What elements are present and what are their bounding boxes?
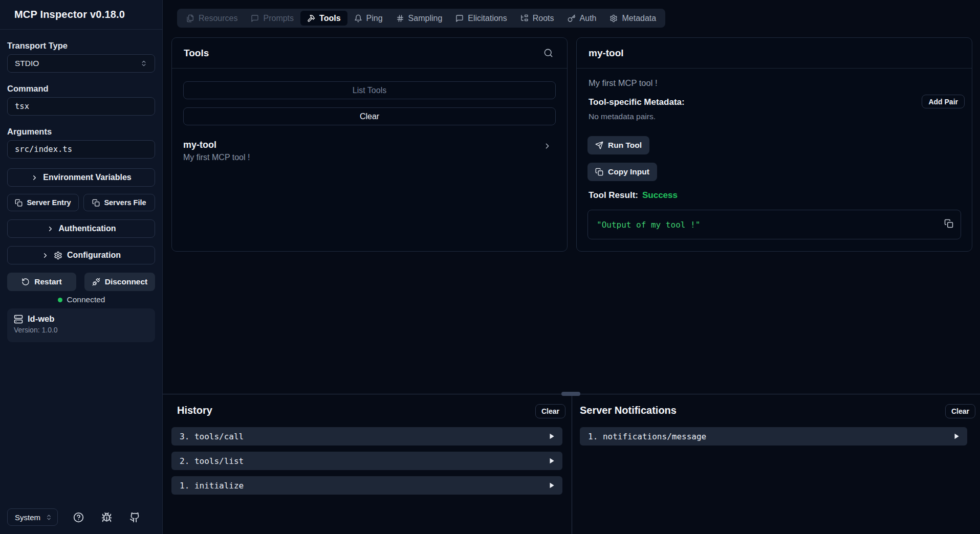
server-version: Version: 1.0.0 [14,326,148,334]
tab-prompts[interactable]: Prompts [244,11,300,26]
tab-tools[interactable]: Tools [300,11,347,26]
copy-icon [15,199,23,207]
github-icon[interactable] [127,510,142,525]
disconnect-button[interactable]: Disconnect [84,273,155,291]
bug-icon[interactable] [99,510,114,525]
no-metadata-text: No metadata pairs. [589,112,656,121]
tool-item-description: My first MCP tool ! [183,153,556,162]
tools-panel-title: Tools [184,48,209,59]
tab-ping[interactable]: Ping [347,11,389,26]
splitter-handle[interactable] [561,392,580,396]
run-tool-button[interactable]: Run Tool [587,136,649,154]
configuration-label: Configuration [67,251,121,260]
server-entry-button[interactable]: Server Entry [7,194,79,211]
tab-resources[interactable]: Resources [180,11,244,26]
play-icon [548,457,555,464]
status-dot [58,298,62,302]
tool-list-item[interactable]: my-tool My first MCP tool ! [183,140,556,162]
copy-input-button[interactable]: Copy Input [587,163,657,181]
command-label: Command [7,84,49,94]
clear-tools-button[interactable]: Clear [183,107,556,125]
servers-file-button[interactable]: Servers File [83,194,155,211]
chevron-right-icon [41,252,49,259]
message-square-icon [455,14,464,23]
clear-notifications-button[interactable]: Clear [945,404,975,418]
history-item[interactable]: 1. initialize [171,476,562,495]
search-icon[interactable] [541,46,555,60]
tab-metadata[interactable]: Metadata [603,11,663,26]
play-icon [953,433,960,440]
server-info-card: ld-web Version: 1.0.0 [7,308,155,342]
copy-input-label: Copy Input [608,167,649,176]
server-icon [14,315,23,324]
tab-auth[interactable]: Auth [561,11,603,26]
tool-item-name: my-tool [183,140,556,150]
chevron-right-icon [47,225,54,233]
chevrons-up-down-icon [46,514,52,521]
history-title: History [177,405,212,416]
disconnect-label: Disconnect [105,277,148,286]
add-pair-button[interactable]: Add Pair [922,95,965,108]
copy-icon [595,168,603,176]
tool-detail-panel: my-tool My first MCP tool ! Tool-specifi… [576,37,972,252]
help-circle-icon[interactable] [71,510,86,525]
tool-output-text: "Output of my tool !" [597,220,700,230]
server-notifications-title: Server Notifications [580,405,677,416]
key-icon [568,14,576,23]
restart-label: Restart [34,277,61,286]
theme-select[interactable]: System [7,508,58,526]
sidebar-header: MCP Inspector v0.18.0 [0,0,162,30]
sidebar: MCP Inspector v0.18.0 Transport Type STD… [0,0,163,534]
tab-elicitations[interactable]: Elicitations [449,11,513,26]
tool-result-row: Tool Result: Success [589,190,678,201]
environment-variables-label: Environment Variables [43,173,132,182]
status-text: Connected [67,295,105,304]
top-navigation: Resources Prompts Tools Ping Sampling El… [177,9,665,28]
play-icon [548,433,555,440]
tab-sampling[interactable]: Sampling [389,11,449,26]
copy-icon [92,199,100,207]
network-icon [520,14,529,23]
hammer-icon [307,14,315,23]
clear-history-button[interactable]: Clear [535,404,565,418]
server-entry-label: Server Entry [27,198,71,207]
authentication-label: Authentication [59,224,116,233]
send-icon [595,141,603,149]
history-item[interactable]: 2. tools/list [171,452,562,470]
chevrons-up-down-icon [140,60,147,67]
tool-result-label: Tool Result: [589,190,638,201]
tool-description: My first MCP tool ! [589,78,657,88]
arguments-label: Arguments [7,127,52,137]
notification-item[interactable]: 1. notifications/message [580,427,967,446]
chevron-right-icon [543,142,552,150]
chevron-right-icon [31,174,38,182]
tool-result-status: Success [642,190,678,201]
configuration-toggle[interactable]: Configuration [7,246,155,264]
authentication-toggle[interactable]: Authentication [7,219,155,238]
copy-output-icon[interactable] [944,219,953,228]
tool-output-block: "Output of my tool !" [587,210,961,239]
detail-panel-header: my-tool [577,38,972,69]
hash-icon [396,14,404,23]
run-tool-label: Run Tool [608,141,642,150]
command-input[interactable] [7,97,155,116]
tab-roots[interactable]: Roots [514,11,561,26]
play-icon [548,482,555,489]
bell-icon [354,14,362,23]
arguments-input[interactable] [7,140,155,159]
restart-button[interactable]: Restart [7,273,76,291]
tools-panel-header: Tools [172,38,567,69]
list-tools-button[interactable]: List Tools [183,81,556,99]
sidebar-footer: System [0,500,163,534]
tools-panel: Tools List Tools Clear my-tool My first … [171,37,568,252]
metadata-label: Tool-specific Metadata: [589,97,685,107]
gear-icon [54,251,62,260]
files-icon [186,14,194,23]
environment-variables-toggle[interactable]: Environment Variables [7,168,155,187]
detail-panel-title: my-tool [589,48,624,59]
unplug-icon [92,278,100,286]
connection-status: Connected [0,295,163,304]
vertical-splitter[interactable] [572,394,572,534]
transport-type-select[interactable]: STDIO [7,54,155,73]
history-item[interactable]: 3. tools/call [171,427,562,446]
